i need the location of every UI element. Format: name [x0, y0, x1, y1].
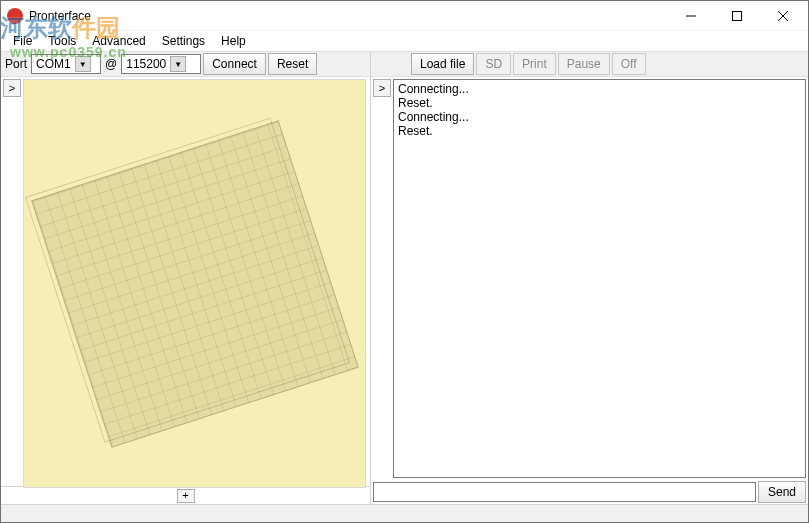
maximize-button[interactable] [714, 1, 760, 31]
window-title: Pronterface [29, 9, 91, 23]
menu-settings[interactable]: Settings [154, 31, 213, 51]
off-button[interactable]: Off [612, 53, 646, 75]
baud-combo[interactable]: 115200 ▼ [121, 54, 201, 74]
menu-tools[interactable]: Tools [40, 31, 84, 51]
console-collapse-toggle[interactable]: > [373, 79, 391, 97]
baud-value: 115200 [126, 57, 170, 71]
build-plate-grid [31, 120, 359, 448]
menu-advanced[interactable]: Advanced [84, 31, 153, 51]
command-input[interactable] [373, 482, 756, 502]
grid-lines [32, 121, 357, 446]
connection-toolbar: Port COM1 ▼ @ 115200 ▼ Connect Reset [1, 51, 371, 77]
port-combo[interactable]: COM1 ▼ [31, 54, 101, 74]
svg-rect-1 [733, 11, 742, 20]
reset-button[interactable]: Reset [268, 53, 317, 75]
send-button[interactable]: Send [758, 481, 806, 503]
port-label: Port [3, 57, 29, 71]
add-panel-button[interactable]: + [177, 489, 195, 503]
left-bottom-bar: + [1, 486, 370, 504]
left-pane: > + [1, 77, 371, 504]
menu-help[interactable]: Help [213, 31, 254, 51]
close-button[interactable] [760, 1, 806, 31]
right-pane: > Connecting... Reset. Connecting... Res… [371, 77, 808, 504]
statusbar [1, 504, 808, 522]
load-file-button[interactable]: Load file [411, 53, 474, 75]
port-value: COM1 [36, 57, 75, 71]
print-toolbar: Load file SD Print Pause Off [371, 51, 808, 77]
pause-button[interactable]: Pause [558, 53, 610, 75]
sd-button[interactable]: SD [476, 53, 511, 75]
left-collapse-toggle[interactable]: > [3, 79, 21, 97]
chevron-down-icon: ▼ [170, 56, 186, 72]
console-output[interactable]: Connecting... Reset. Connecting... Reset… [393, 79, 806, 478]
app-icon [7, 8, 23, 24]
main-split: > + > Connecting... Reset. Connecting...… [1, 77, 808, 504]
build-plate-viewer[interactable] [23, 79, 366, 488]
menu-file[interactable]: File [5, 31, 40, 51]
console-wrap: > Connecting... Reset. Connecting... Res… [373, 79, 806, 478]
at-label: @ [103, 57, 119, 71]
minimize-button[interactable] [668, 1, 714, 31]
chevron-down-icon: ▼ [75, 56, 91, 72]
menubar: File Tools Advanced Settings Help [1, 31, 808, 51]
print-button[interactable]: Print [513, 53, 556, 75]
titlebar: Pronterface [1, 1, 808, 31]
connect-button[interactable]: Connect [203, 53, 266, 75]
command-row: Send [371, 480, 808, 504]
